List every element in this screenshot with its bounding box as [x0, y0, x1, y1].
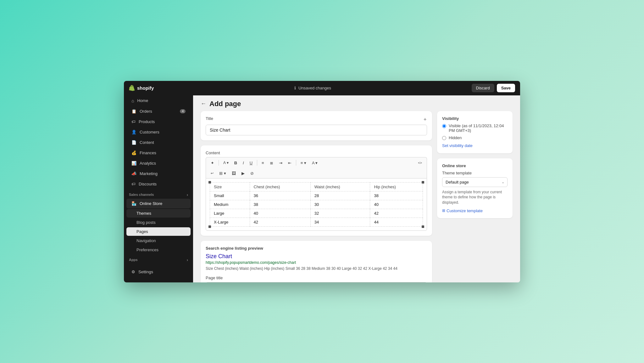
customers-icon: 👤	[131, 130, 136, 134]
sidebar-item-finances[interactable]: 💰 Finances	[126, 148, 191, 158]
sales-channels-expand[interactable]: ›	[187, 192, 188, 197]
pages-label: Pages	[136, 229, 148, 234]
sales-channels-header: Sales channels ›	[124, 189, 193, 198]
sidebar-item-settings[interactable]: ⚙ Settings	[126, 267, 191, 277]
table-cell: 36	[250, 191, 310, 200]
font-btn[interactable]: A ▾	[221, 159, 231, 166]
indent-btn[interactable]: ⇥	[277, 159, 285, 167]
visibility-visible-text: Visible (as of 11/1/2023, 12:04 PM GMT+3…	[449, 123, 508, 133]
settings-icon: ⚙	[131, 269, 135, 274]
back-button[interactable]: ←	[201, 100, 206, 107]
visibility-section-label: Visibility	[442, 116, 508, 121]
visibility-visible-radio[interactable]	[442, 124, 446, 128]
italic-btn[interactable]: I	[241, 159, 246, 167]
analytics-label: Analytics	[140, 161, 156, 166]
title-label: Title	[206, 116, 213, 121]
store-icon: 🏪	[131, 201, 136, 206]
sidebar-item-orders[interactable]: 📋 Orders 4	[126, 106, 191, 116]
list-ordered-btn[interactable]: ≣	[268, 159, 275, 167]
table-row: Large403242	[210, 209, 423, 218]
set-visibility-date-link[interactable]: Set visibility date	[442, 143, 473, 148]
table-row: Medium383040	[210, 200, 423, 209]
sidebar-item-customers[interactable]: 👤 Customers	[126, 127, 191, 137]
content-label: Content	[140, 140, 154, 145]
table-header-row: Size Chest (inches) Waist (inches) Hip (…	[210, 182, 423, 191]
sidebar-subitem-pages[interactable]: Pages	[126, 227, 191, 236]
col-size: Size	[210, 182, 250, 191]
video-btn[interactable]: ▶	[239, 170, 247, 177]
discard-button[interactable]: Discard	[472, 84, 494, 92]
sidebar-subitem-navigation[interactable]: Navigation	[126, 236, 191, 245]
table-cell: X-Large	[210, 218, 250, 226]
save-button[interactable]: Save	[497, 84, 515, 92]
undo-btn[interactable]: ↩	[208, 170, 216, 177]
outdent-btn[interactable]: ⇤	[286, 159, 294, 167]
blog-posts-label: Blog posts	[136, 220, 156, 225]
color-btn[interactable]: A ▾	[310, 159, 320, 167]
table-corner-br	[422, 225, 424, 228]
col-waist: Waist (inches)	[310, 182, 370, 191]
table-btn[interactable]: ⊞ ▾	[217, 170, 228, 177]
visibility-hidden-radio[interactable]	[442, 136, 446, 140]
embed-btn[interactable]: ⊘	[248, 170, 256, 177]
template-select[interactable]: Default page page contact	[442, 177, 508, 187]
list-unordered-btn[interactable]: ≡	[259, 159, 266, 167]
apps-expand[interactable]: ›	[187, 258, 188, 262]
sidebar-item-discounts[interactable]: 🏷 Discounts	[126, 179, 191, 189]
table-cell: 40	[250, 209, 310, 218]
customize-template-link[interactable]: ⊞ Customize template	[442, 208, 508, 213]
finances-icon: 💰	[131, 150, 136, 155]
table-cell: 40	[370, 200, 423, 209]
sidebar-item-products[interactable]: 🏷 Products	[126, 117, 191, 127]
main-layout: ⌂ Home 📋 Orders 4 🏷 Products 👤 Customers…	[124, 95, 520, 282]
align-btn[interactable]: ≡ ▾	[298, 159, 308, 167]
sidebar-subitem-themes[interactable]: Themes	[126, 209, 191, 218]
table-cell: Small	[210, 191, 250, 200]
finances-label: Finances	[140, 150, 156, 155]
home-icon: ⌂	[131, 98, 134, 103]
sidebar-item-content[interactable]: 📄 Content	[126, 138, 191, 147]
online-store-label: Online Store	[140, 201, 162, 206]
visibility-card: Visibility Visible (as of 11/1/2023, 12:…	[437, 111, 513, 153]
magic-btn[interactable]: ✦	[208, 159, 216, 167]
image-btn[interactable]: 🖼	[230, 170, 238, 177]
seo-section-label: Search engine listing preview	[206, 246, 427, 251]
source-btn[interactable]: <>	[416, 160, 424, 166]
table-cell: 42	[370, 209, 423, 218]
online-store-section-label: Online store	[442, 163, 508, 168]
page-title-label: Page title	[206, 275, 427, 280]
main-column: Title ✦ Content ✦ A ▾	[201, 111, 432, 275]
home-label: Home	[137, 98, 148, 103]
sidebar-item-home[interactable]: ⌂ Home	[126, 96, 191, 106]
title-input[interactable]	[206, 125, 427, 135]
table-cell: 38	[370, 191, 423, 200]
template-select-wrapper: Default page page contact ⌄	[442, 177, 508, 187]
bold-btn[interactable]: B	[232, 159, 239, 167]
table-cell: 44	[370, 218, 423, 226]
visibility-hidden-option: Hidden	[442, 135, 508, 140]
title-card: Title ✦	[201, 111, 432, 140]
table-cell: 34	[310, 218, 370, 226]
sidebar-item-marketing[interactable]: 📣 Marketing	[126, 169, 191, 179]
editor-content[interactable]: Size Chest (inches) Waist (inches) Hip (…	[206, 178, 427, 231]
sidebar-item-online-store[interactable]: 🏪 Online Store	[126, 199, 191, 208]
sidebar-subitem-preferences[interactable]: Preferences	[126, 246, 191, 254]
customize-icon: ⊞	[442, 208, 445, 213]
underline-btn[interactable]: U	[247, 159, 255, 167]
content-area: ← Add page Title ✦ Conte	[193, 95, 520, 282]
ai-icon[interactable]: ✦	[423, 116, 427, 122]
content-icon: 📄	[131, 140, 136, 145]
table-cell: 32	[310, 209, 370, 218]
table-row: Small362838	[210, 191, 423, 200]
settings-label: Settings	[138, 269, 153, 274]
sidebar-item-analytics[interactable]: 📊 Analytics	[126, 158, 191, 168]
unsaved-label: Unsaved changes	[298, 86, 331, 90]
sales-channels-label: Sales channels	[129, 193, 154, 196]
sidebar-subitem-blog-posts[interactable]: Blog posts	[126, 218, 191, 227]
content-label: Content	[206, 150, 427, 155]
table-cell: Large	[210, 209, 250, 218]
discounts-label: Discounts	[139, 182, 157, 186]
info-icon: ℹ	[294, 86, 296, 90]
orders-label: Orders	[140, 109, 152, 114]
right-sidebar: Visibility Visible (as of 11/1/2023, 12:…	[437, 111, 513, 275]
